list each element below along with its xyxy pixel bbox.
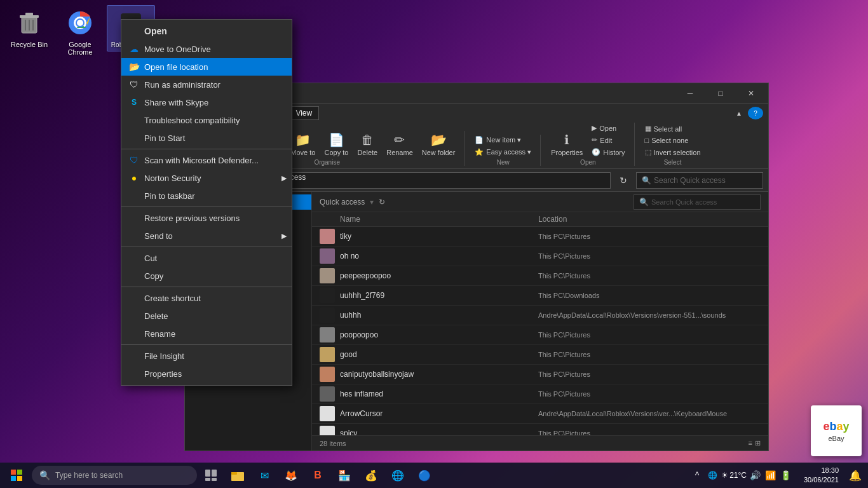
easy-access-button[interactable]: ⭐ Easy access ▾ (471, 147, 535, 158)
ribbon-collapse[interactable]: ▲ (731, 107, 747, 119)
new-folder-button[interactable]: 📂 New folder (418, 131, 459, 158)
menu-send-to[interactable]: Send to ▶ (121, 227, 292, 245)
menu-pin-to-start[interactable]: Pin to Start (121, 129, 292, 147)
menu-share-skype[interactable]: S Share with Skype (121, 93, 292, 111)
refresh-icon[interactable]: ↻ (379, 198, 385, 207)
brave-taskbar-icon[interactable]: B (305, 463, 330, 488)
mail-taskbar-icon[interactable]: ✉ (252, 463, 277, 488)
menu-move-to-onedrive[interactable]: ☁ Move to OneDrive (121, 40, 292, 58)
menu-cut[interactable]: Cut (121, 249, 292, 267)
menu-copy[interactable]: Copy (121, 267, 292, 285)
grid-view-icon[interactable]: ⊞ (755, 439, 761, 447)
delete-label: Delete (357, 149, 377, 156)
new-item-button[interactable]: 📄 New item ▾ (471, 135, 535, 146)
select-all-button[interactable]: ▦ Select all (641, 123, 705, 134)
file-thumbnail (320, 347, 335, 362)
chrome-taskbar-icon[interactable]: 🔵 (412, 463, 437, 488)
search-quick-access[interactable]: 🔍 Search Quick access (634, 194, 761, 210)
menu-run-as-admin-label: Run as administrator (144, 80, 220, 90)
rename-button[interactable]: ✏ Rename (383, 131, 417, 158)
move-icon: 📁 (295, 132, 311, 147)
app1-taskbar-icon[interactable]: 💰 (358, 463, 384, 488)
delete-button[interactable]: 🗑 Delete (353, 132, 381, 158)
taskbar-search[interactable]: 🔍 Type here to search (32, 466, 197, 485)
copy-to-button[interactable]: 📄 Copy to (320, 131, 352, 158)
battery-icon[interactable]: 🔋 (780, 469, 792, 482)
file-row[interactable]: uuhhh_2f769This PC\Downloads (312, 286, 768, 306)
ebay-widget[interactable]: ebay eBay (811, 405, 862, 456)
edge-taskbar-icon[interactable]: 🌐 (385, 463, 410, 488)
shield-icon: 🛡 (128, 78, 140, 91)
close-button[interactable]: ✕ (736, 83, 766, 104)
list-view-icon[interactable]: ≡ (749, 439, 752, 447)
start-button[interactable] (3, 463, 31, 488)
menu-norton[interactable]: ● Norton Security ▶ (121, 169, 292, 187)
history-button[interactable]: 🕐 History (588, 147, 628, 158)
send-to-icon (128, 229, 140, 242)
menu-run-as-admin[interactable]: 🛡 Run as administrator (121, 76, 292, 93)
volume-icon[interactable]: 🔊 (749, 469, 762, 482)
menu-file-insight[interactable]: File Insight (121, 347, 292, 365)
rename-icon: ✏ (394, 132, 405, 147)
move-to-label: Move to (290, 149, 315, 156)
menu-troubleshoot[interactable]: Troubleshoot compatibility (121, 111, 292, 129)
address-bar[interactable]: Quick access (255, 172, 611, 189)
file-row[interactable]: caniputyoballsinyojawThis PC\Pictures (312, 365, 768, 384)
recycle-bin-icon[interactable]: Recycle Bin (5, 5, 53, 51)
maximize-button[interactable]: □ (706, 83, 735, 104)
tab-view[interactable]: View (288, 106, 319, 120)
quick-access-title: Quick access (320, 198, 365, 207)
minimize-button[interactable]: ─ (675, 83, 705, 104)
refresh-button[interactable]: ↻ (614, 172, 632, 189)
network-tray-icon[interactable]: 🌐 (706, 469, 719, 482)
ebay-logo: ebay (823, 420, 849, 433)
store-taskbar-icon[interactable]: 🏪 (332, 463, 357, 488)
menu-scan-defender-label: Scan with Microsoft Defender... (144, 156, 259, 165)
file-row[interactable]: uuhhhAndre\AppData\Local\Roblox\Versions… (312, 306, 768, 325)
menu-delete[interactable]: Delete (121, 307, 292, 325)
menu-norton-label: Norton Security (144, 173, 201, 183)
file-row[interactable]: poopoopooThis PC\Pictures (312, 325, 768, 345)
file-row[interactable]: spicyThis PC\Pictures (312, 424, 768, 435)
help-button[interactable]: ? (748, 107, 763, 119)
menu-open-file-location-label: Open file location (144, 62, 208, 72)
network-status-icon[interactable]: 📶 (764, 469, 777, 482)
open-group-label: Open (580, 159, 595, 166)
clock[interactable]: 18:30 30/06/2021 (799, 466, 844, 485)
menu-rename[interactable]: Rename (121, 325, 292, 342)
menu-scan-defender[interactable]: 🛡 Scan with Microsoft Defender... (121, 151, 292, 169)
chrome-icon[interactable]: Google Chrome (56, 5, 104, 58)
file-row[interactable]: tikyThis PC\Pictures (312, 227, 768, 247)
folder-open-icon: 📂 (128, 60, 140, 73)
file-explorer-taskbar-icon[interactable] (225, 463, 250, 488)
file-row[interactable]: peepeepoopooThis PC\Pictures (312, 266, 768, 286)
send-to-arrow: ▶ (281, 232, 287, 240)
properties-icon (128, 367, 140, 380)
file-name: tiky (340, 232, 533, 241)
notification-button[interactable]: 🔔 (845, 463, 865, 488)
properties-button[interactable]: ℹ Properties (547, 131, 587, 158)
file-row[interactable]: goodThis PC\Pictures (312, 345, 768, 365)
menu-create-shortcut[interactable]: Create shortcut (121, 289, 292, 307)
weather-widget[interactable]: ☀ 21°C (721, 471, 747, 480)
select-none-button[interactable]: □ Select none (641, 135, 705, 146)
menu-open[interactable]: Open (121, 22, 292, 40)
file-row[interactable]: oh noThis PC\Pictures (312, 247, 768, 266)
cut-icon (128, 252, 140, 264)
show-hidden-icons[interactable]: ^ (691, 469, 703, 482)
open-button[interactable]: ▶ Open (588, 123, 628, 133)
file-row[interactable]: hes inflamedThis PC\Pictures (312, 384, 768, 404)
edit-button[interactable]: ✏ Edit (588, 135, 628, 146)
file-thumbnail (320, 327, 335, 342)
task-view-button[interactable] (198, 463, 224, 488)
menu-open-file-location[interactable]: 📂 Open file location (121, 58, 292, 76)
menu-restore-prev[interactable]: Restore previous versions (121, 209, 292, 227)
new-folder-label: New folder (422, 149, 456, 156)
menu-properties[interactable]: Properties (121, 365, 292, 383)
invert-selection-button[interactable]: ⬚ Invert selection (641, 147, 705, 158)
file-row[interactable]: ArrowCursorAndre\AppData\Local\Roblox\Ve… (312, 404, 768, 424)
firefox-taskbar-icon[interactable]: 🦊 (278, 463, 304, 488)
menu-pin-taskbar[interactable]: Pin to taskbar (121, 187, 292, 205)
svg-rect-13 (17, 470, 22, 475)
menu-delete-label: Delete (144, 311, 168, 321)
